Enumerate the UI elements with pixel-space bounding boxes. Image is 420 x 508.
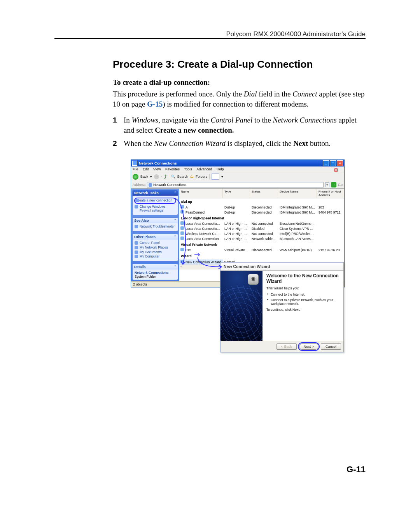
wizard-cancel-button[interactable]: Cancel <box>321 343 341 350</box>
up-button[interactable]: ⤴ <box>164 174 167 180</box>
back-label[interactable]: Back <box>140 175 148 179</box>
window-title: Network Connections <box>139 161 177 165</box>
page-ref-link[interactable]: G-15 <box>147 100 163 108</box>
group-lan: LAN or High-Speed Internet <box>179 215 344 221</box>
running-head: Polycom RMX 2000/4000 Administrator's Gu… <box>226 30 366 38</box>
details-name: Network Connections <box>135 271 176 275</box>
address-field[interactable]: Network Connections <box>147 182 324 187</box>
wizard-title[interactable]: New Connection Wizard <box>220 263 343 271</box>
wizard-continue: To continue, click Next. <box>266 308 340 312</box>
maximize-button[interactable]: □ <box>330 160 336 166</box>
panel-network-tasks: Network Tasks˄ Create a new connection C… <box>132 190 178 215</box>
menu-advanced[interactable]: Advanced <box>196 167 212 171</box>
wizard-bullet: Connect to the Internet. <box>267 293 340 296</box>
minimize-button[interactable]: _ <box>323 160 329 166</box>
window-icon <box>132 161 137 166</box>
col-status[interactable]: Status <box>250 189 278 198</box>
panel-title: Other Places <box>134 235 156 239</box>
link-my-documents[interactable]: My Documents <box>134 250 176 255</box>
folders-icon[interactable]: 🗂 <box>190 175 194 179</box>
wizard-side-banner: ✺ <box>220 271 262 341</box>
back-dropdown-icon[interactable]: ▾ <box>150 175 152 179</box>
collapse-icon[interactable]: ˄ <box>174 235 176 239</box>
forward-button[interactable]: → <box>154 174 159 179</box>
address-icon <box>149 183 152 187</box>
list-item[interactable]: Local Area Connection 6LAN or High-Speed… <box>179 226 344 231</box>
close-button[interactable]: × <box>337 160 343 166</box>
col-phone[interactable]: Phone # or Host Address <box>317 189 343 198</box>
link-network-troubleshooter[interactable]: Network Troubleshooter <box>134 224 176 229</box>
list-item[interactable]: Local Area ConnectionLAN or High-Speed I… <box>179 236 344 241</box>
views-dropdown-icon[interactable]: ▾ <box>221 175 223 179</box>
panel-details: Details˄ Network Connections System Fold… <box>132 264 178 280</box>
wizard-bullet: Connect to a private network, such as yo… <box>267 298 340 306</box>
link-my-computer[interactable]: My Computer <box>134 254 176 259</box>
menubar: File Edit View Favorites Tools Advanced … <box>131 166 344 172</box>
address-label: Address <box>133 183 145 187</box>
wizard-helps: This wizard helps you: <box>266 286 340 290</box>
address-dropdown-icon[interactable]: ▾ <box>325 182 329 187</box>
explorer-sidepane: Network Tasks˄ Create a new connection C… <box>131 189 179 281</box>
task-change-firewall[interactable]: Change Windows Firewall settings <box>134 205 176 213</box>
toolbar: ← Back ▾ → · ⤴ 🔍 Search 🗂 Folders ▾ <box>131 172 344 181</box>
arrow-icon <box>194 252 201 257</box>
list-item[interactable]: ADial-upDisconnectedIBM Integrated 56K M… <box>179 205 344 210</box>
wizard-next-button[interactable]: Next > <box>299 343 318 350</box>
list-item[interactable]: PassConnectDial-upDisconnectedIBM Integr… <box>179 210 344 215</box>
wizard-arrow-label: Wizard <box>179 252 193 259</box>
step-1: 1 In Windows, navigate via the Control P… <box>113 115 366 135</box>
go-button[interactable]: → <box>331 182 336 187</box>
task-create-new-connection[interactable]: Create a new connection <box>134 198 176 204</box>
list-item[interactable]: Local Area Connection 2LAN or High-Speed… <box>179 221 344 226</box>
collapse-icon[interactable]: ˄ <box>174 191 176 195</box>
go-label[interactable]: Go <box>338 183 343 187</box>
menu-help[interactable]: Help <box>217 167 224 171</box>
link-control-panel[interactable]: Control Panel <box>134 241 176 245</box>
search-icon[interactable]: 🔍 <box>171 175 175 179</box>
intro-lead: To create a dial-up connection: <box>113 78 366 87</box>
folders-label[interactable]: Folders <box>196 175 207 179</box>
section-title: Procedure 3: Create a Dial-up Connection <box>113 58 366 70</box>
menu-favorites[interactable]: Favorites <box>165 167 180 171</box>
list-item[interactable]: Wireless Network ConnectionLAN or High-S… <box>179 231 344 236</box>
header-rule <box>54 38 366 39</box>
views-button[interactable] <box>212 173 219 180</box>
page-number: G-11 <box>346 464 366 475</box>
intro-paragraph: This procedure is performed once. Only t… <box>113 89 366 109</box>
list-item[interactable]: 012Virtual Private Netwo...DisconnectedW… <box>179 247 344 252</box>
group-vpn: Virtual Private Network <box>179 241 344 247</box>
group-dialup: Dial-up <box>179 198 344 205</box>
panel-see-also: See Also˄ Network Troubleshooter <box>132 217 178 231</box>
collapse-icon[interactable]: ˄ <box>174 265 176 269</box>
menu-view[interactable]: View <box>153 167 161 171</box>
panel-other-places: Other Places˄ Control Panel My Network P… <box>132 234 178 261</box>
panel-title: Details <box>134 265 146 269</box>
collapse-icon[interactable]: ˄ <box>174 219 176 222</box>
window-titlebar[interactable]: Network Connections _ □ × <box>131 160 344 166</box>
search-label[interactable]: Search <box>177 175 189 179</box>
figure-network-connections: Network Connections _ □ × File Edit View… <box>131 159 344 287</box>
col-name[interactable]: Name <box>179 189 223 198</box>
windows-flag-icon <box>334 167 339 172</box>
menu-tools[interactable]: Tools <box>184 167 192 171</box>
menu-file[interactable]: File <box>133 167 138 171</box>
panel-title: Network Tasks <box>134 191 159 195</box>
panel-title: See Also <box>134 219 149 222</box>
wizard-heading: Welcome to the New Connection Wizard <box>266 273 340 284</box>
wizard-banner-icon: ✺ <box>248 274 259 285</box>
col-type[interactable]: Type <box>223 189 250 198</box>
wizard-back-button: < Back <box>276 343 297 350</box>
back-button[interactable]: ← <box>133 174 138 180</box>
new-connection-wizard-window: New Connection Wizard ✺ Welcome to the N… <box>220 262 344 352</box>
step-2: 2 When the New Connection Wizard is disp… <box>113 138 366 149</box>
col-device[interactable]: Device Name <box>278 189 317 198</box>
menu-edit[interactable]: Edit <box>143 167 149 171</box>
column-headers[interactable]: Name Type Status Device Name Phone # or … <box>179 189 344 198</box>
link-network-places[interactable]: My Network Places <box>134 245 176 250</box>
address-bar: Address Network Connections ▾ → Go <box>131 181 344 189</box>
details-sub: System Folder <box>135 275 176 279</box>
